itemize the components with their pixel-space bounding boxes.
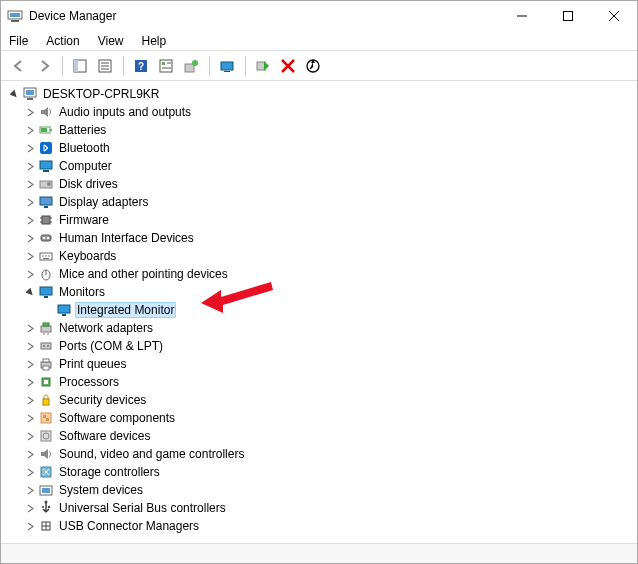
tree-item-network[interactable]: Network adapters bbox=[5, 319, 637, 337]
expand-icon[interactable] bbox=[23, 159, 37, 173]
expand-icon[interactable] bbox=[23, 357, 37, 371]
minimize-button[interactable] bbox=[499, 1, 545, 31]
expand-icon[interactable] bbox=[23, 231, 37, 245]
tree-root[interactable]: DESKTOP-CPRL9KR bbox=[5, 85, 637, 103]
tree-item-keyboard[interactable]: Keyboards bbox=[5, 247, 637, 265]
tree-item-storage[interactable]: Storage controllers bbox=[5, 463, 637, 481]
bluetooth-icon bbox=[37, 140, 55, 156]
svg-rect-68 bbox=[43, 359, 49, 362]
separator bbox=[204, 56, 210, 76]
expand-icon[interactable] bbox=[23, 519, 37, 533]
expand-icon[interactable] bbox=[23, 267, 37, 281]
menu-help[interactable]: Help bbox=[140, 33, 169, 49]
tree-item-system[interactable]: System devices bbox=[5, 481, 637, 499]
close-button[interactable] bbox=[591, 1, 637, 31]
mouse-icon bbox=[37, 266, 55, 282]
svg-rect-29 bbox=[26, 90, 34, 95]
device-tree[interactable]: DESKTOP-CPRL9KRAudio inputs and outputsB… bbox=[1, 81, 637, 543]
expand-icon[interactable] bbox=[23, 213, 37, 227]
tree-item-usbconn[interactable]: USB Connector Managers bbox=[5, 517, 637, 535]
tree-item-swdev[interactable]: Software devices bbox=[5, 427, 637, 445]
expand-icon[interactable] bbox=[23, 429, 37, 443]
expand-icon[interactable] bbox=[23, 105, 37, 119]
expand-icon[interactable] bbox=[23, 141, 37, 155]
update-driver-button[interactable] bbox=[179, 54, 203, 78]
separator bbox=[57, 56, 63, 76]
expand-icon[interactable] bbox=[23, 321, 37, 335]
expand-icon[interactable] bbox=[23, 177, 37, 191]
action-list-button[interactable] bbox=[154, 54, 178, 78]
tree-item-bluetooth[interactable]: Bluetooth bbox=[5, 139, 637, 157]
tree-item-label: System devices bbox=[57, 483, 145, 497]
tree-item-disk[interactable]: Disk drives bbox=[5, 175, 637, 193]
system-icon bbox=[37, 482, 55, 498]
usb-icon bbox=[37, 500, 55, 516]
enable-device-button[interactable] bbox=[251, 54, 275, 78]
menu-view[interactable]: View bbox=[96, 33, 126, 49]
scan-changes-button[interactable] bbox=[301, 54, 325, 78]
tree-item-security[interactable]: Security devices bbox=[5, 391, 637, 409]
statusbar bbox=[1, 543, 637, 563]
tree-item-printer[interactable]: Print queues bbox=[5, 355, 637, 373]
expand-icon[interactable] bbox=[23, 339, 37, 353]
tree-item-battery[interactable]: Batteries bbox=[5, 121, 637, 139]
svg-point-66 bbox=[47, 345, 49, 347]
svg-text:?: ? bbox=[138, 61, 144, 72]
tree-item-display[interactable]: Display adapters bbox=[5, 193, 637, 211]
tree-item-usb[interactable]: Universal Serial Bus controllers bbox=[5, 499, 637, 517]
back-button[interactable] bbox=[7, 54, 31, 78]
tree-item-mouse[interactable]: Mice and other pointing devices bbox=[5, 265, 637, 283]
expand-icon[interactable] bbox=[23, 123, 37, 137]
forward-button[interactable] bbox=[32, 54, 56, 78]
help-button[interactable]: ? bbox=[129, 54, 153, 78]
collapse-icon[interactable] bbox=[23, 285, 37, 299]
tree-child-monitor[interactable]: Integrated Monitor bbox=[5, 301, 637, 319]
tree-item-label: Software components bbox=[57, 411, 177, 425]
tree-item-hid[interactable]: Human Interface Devices bbox=[5, 229, 637, 247]
cpu-icon bbox=[37, 374, 55, 390]
properties-button[interactable] bbox=[93, 54, 117, 78]
show-hide-console-tree-button[interactable] bbox=[68, 54, 92, 78]
tree-item-sound[interactable]: Sound, video and game controllers bbox=[5, 445, 637, 463]
svg-rect-30 bbox=[27, 98, 33, 100]
svg-rect-71 bbox=[44, 380, 48, 384]
tree-item-label: Audio inputs and outputs bbox=[57, 105, 193, 119]
expand-icon[interactable] bbox=[23, 249, 37, 263]
tree-item-monitor[interactable]: Monitors bbox=[5, 283, 637, 301]
svg-rect-80 bbox=[42, 488, 50, 493]
sound-icon bbox=[37, 446, 55, 462]
usbconn-icon bbox=[37, 518, 55, 534]
tree-item-chip[interactable]: Firmware bbox=[5, 211, 637, 229]
printer-icon bbox=[37, 356, 55, 372]
maximize-button[interactable] bbox=[545, 1, 591, 31]
tree-item-label: Keyboards bbox=[57, 249, 118, 263]
disk-icon bbox=[37, 176, 55, 192]
spacer bbox=[41, 303, 55, 317]
uninstall-device-button[interactable] bbox=[276, 54, 300, 78]
expand-icon[interactable] bbox=[23, 465, 37, 479]
svg-rect-1 bbox=[10, 13, 20, 17]
tree-item-port[interactable]: Ports (COM & LPT) bbox=[5, 337, 637, 355]
svg-point-20 bbox=[192, 60, 198, 66]
expand-icon[interactable] bbox=[23, 501, 37, 515]
expand-icon[interactable] bbox=[23, 411, 37, 425]
tree-item-cpu[interactable]: Processors bbox=[5, 373, 637, 391]
menu-action[interactable]: Action bbox=[44, 33, 81, 49]
collapse-icon[interactable] bbox=[7, 87, 21, 101]
monitor-icon bbox=[55, 302, 73, 318]
tree-child-label: Integrated Monitor bbox=[75, 302, 176, 318]
scan-hardware-button[interactable] bbox=[215, 54, 239, 78]
tree-item-swcomp[interactable]: Software components bbox=[5, 409, 637, 427]
expand-icon[interactable] bbox=[23, 447, 37, 461]
tree-item-computer[interactable]: Computer bbox=[5, 157, 637, 175]
tree-item-speaker[interactable]: Audio inputs and outputs bbox=[5, 103, 637, 121]
expand-icon[interactable] bbox=[23, 195, 37, 209]
svg-rect-58 bbox=[58, 305, 70, 313]
tree-item-label: Storage controllers bbox=[57, 465, 162, 479]
expand-icon[interactable] bbox=[23, 483, 37, 497]
svg-rect-56 bbox=[40, 287, 52, 295]
expand-icon[interactable] bbox=[23, 393, 37, 407]
menu-file[interactable]: File bbox=[7, 33, 30, 49]
expand-icon[interactable] bbox=[23, 375, 37, 389]
svg-point-52 bbox=[48, 255, 50, 257]
